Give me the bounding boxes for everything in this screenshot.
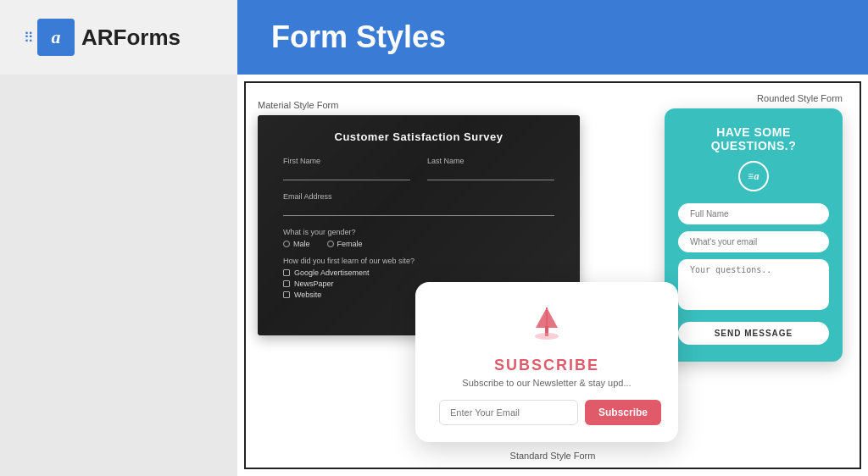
rounded-message-input[interactable] (678, 259, 829, 310)
boat-icon (526, 302, 568, 345)
option-google: Google Advertisement (294, 268, 370, 277)
material-lastname-label: Last Name (427, 157, 554, 165)
subscribe-form-card: SUBSCRIBE Subscribe to our Newsletter & … (415, 282, 678, 442)
standard-section-label: Standard Style Form (510, 451, 596, 461)
logo-icon: a (37, 19, 75, 56)
rounded-section-label: Rounded Style Form (665, 93, 843, 103)
male-label: Male (293, 240, 310, 248)
material-firstname-input[interactable] (283, 167, 410, 180)
material-radios: Male Female (283, 240, 554, 248)
material-source-label: How did you first learn of our web site? (283, 257, 554, 265)
material-gender-group: What is your gender? Male Female (283, 228, 554, 248)
material-email-input[interactable] (283, 202, 554, 216)
checkbox-google (283, 269, 290, 276)
subscribe-title: SUBSCRIBE (439, 357, 654, 374)
subscribe-button[interactable]: Subscribe (585, 400, 661, 425)
rounded-submit-button[interactable]: SEND MESSAGE (678, 322, 829, 345)
main: Material Style Form Customer Satisfactio… (0, 75, 868, 476)
rounded-form-section: Rounded Style Form HAVE SOME QUESTIONS.?… (665, 93, 843, 362)
subscribe-icon (439, 302, 654, 348)
material-name-row: First Name Last Name (283, 157, 554, 180)
subscribe-input-row: Subscribe (439, 400, 654, 425)
rounded-form-card: HAVE SOME QUESTIONS.? ≡a SEND MESSAGE (665, 108, 843, 362)
material-firstname-label: First Name (283, 157, 410, 165)
material-form-title: Customer Satisfaction Survey (283, 130, 554, 143)
svg-point-2 (535, 333, 559, 340)
material-lastname-input[interactable] (427, 167, 554, 180)
material-email-field: Email Address (283, 192, 554, 216)
material-section-label: Material Style Form (258, 100, 580, 110)
header: ⠿ a ARForms Form Styles (0, 0, 868, 75)
rounded-fullname-input[interactable] (678, 203, 829, 224)
page-title: Form Styles (271, 19, 446, 55)
rounded-form-title: HAVE SOME QUESTIONS.? (678, 125, 829, 152)
material-checkbox-google[interactable]: Google Advertisement (283, 268, 554, 277)
radio-male-circle (283, 241, 290, 247)
material-radio-male[interactable]: Male (283, 240, 310, 248)
checkbox-website (283, 291, 290, 298)
brand-name: ARForms (81, 25, 181, 51)
checkbox-newspaper (283, 280, 290, 287)
material-lastname-field: Last Name (427, 157, 554, 180)
subscribe-email-input[interactable] (439, 400, 578, 425)
header-right: Form Styles (237, 0, 868, 75)
content-area: Material Style Form Customer Satisfactio… (244, 81, 861, 469)
sidebar (0, 75, 237, 476)
rounded-email-input[interactable] (678, 231, 829, 252)
option-newspaper: NewsPaper (294, 280, 334, 288)
material-gender-label: What is your gender? (283, 228, 554, 236)
female-label: Female (337, 240, 363, 248)
material-email-label: Email Address (283, 192, 554, 201)
subscribe-text: Subscribe to our Newsletter & stay upd..… (439, 378, 654, 388)
option-website: Website (294, 291, 321, 299)
material-firstname-field: First Name (283, 157, 410, 180)
radio-female-circle (327, 241, 334, 247)
header-left: ⠿ a ARForms (0, 0, 237, 75)
material-radio-female[interactable]: Female (327, 240, 363, 248)
rounded-logo: ≡a (738, 161, 769, 191)
